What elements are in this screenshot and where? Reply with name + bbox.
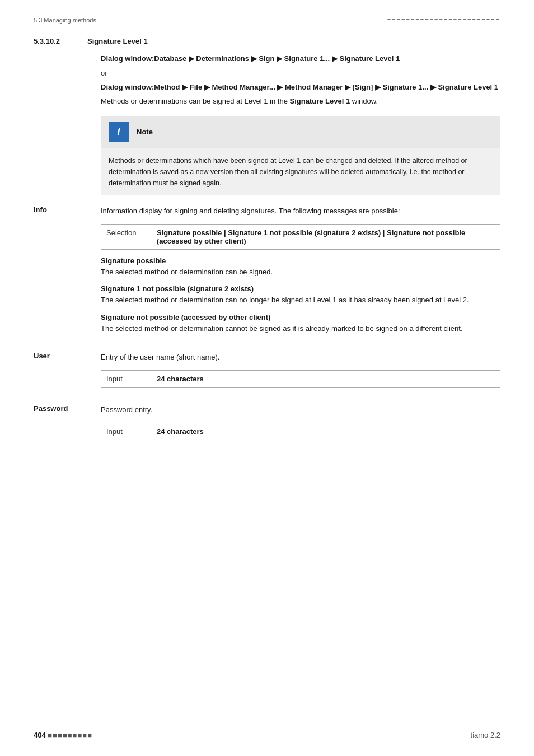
table-row: Input 24 characters xyxy=(101,370,500,387)
signature-1-not-possible-title: Signature 1 not possible (signature 2 ex… xyxy=(101,284,500,293)
password-section: Password Password entry. Input 24 charac… xyxy=(34,404,500,447)
signature-not-possible-title: Signature not possible (accessed by othe… xyxy=(101,313,500,321)
signature-not-possible-section: Signature not possible (accessed by othe… xyxy=(101,313,500,335)
dialog-label-1: Dialog window: xyxy=(101,54,154,63)
or-separator: or xyxy=(101,69,500,77)
signature-possible-title: Signature possible xyxy=(101,256,500,265)
signature-possible-section: Signature possible The selected method o… xyxy=(101,256,500,278)
page-number-area: 404 ■■■■■■■■■ xyxy=(34,731,92,739)
info-label: Info xyxy=(34,206,101,342)
signature-1-not-possible-body: The selected method or determination can… xyxy=(101,295,500,306)
intro-text: Methods or determinations can be signed … xyxy=(101,96,500,108)
password-intro: Password entry. xyxy=(101,404,500,416)
page-header-right: ======================== xyxy=(387,17,500,24)
page-dots: ■■■■■■■■■ xyxy=(48,731,92,739)
user-section: User Entry of the user name (short name)… xyxy=(34,352,500,394)
password-label: Password xyxy=(34,404,101,447)
dialog-label-2: Dialog window: xyxy=(101,83,154,91)
info-section: Info Information display for signing and… xyxy=(34,206,500,342)
page-header-left: 5.3 Managing methods xyxy=(34,17,96,24)
bottom-bar: 404 ■■■■■■■■■ tiamo 2.2 xyxy=(34,731,500,739)
password-content: Password entry. Input 24 characters xyxy=(101,404,500,447)
table-row: Input 24 characters xyxy=(101,423,500,440)
dialog-path-2: Dialog window:Method ▶ File ▶ Method Man… xyxy=(101,82,500,93)
intro-text-bold: Signature Level 1 xyxy=(290,97,350,105)
password-table: Input 24 characters xyxy=(101,423,500,440)
note-body: Methods or determinations which have bee… xyxy=(101,148,500,195)
password-table-value: 24 characters xyxy=(151,423,500,440)
section-title: Signature Level 1 xyxy=(87,37,148,45)
signature-possible-body: The selected method or determination can… xyxy=(101,267,500,278)
intro-text-start: Methods or determinations can be signed … xyxy=(101,97,290,105)
info-content: Information display for signing and dele… xyxy=(101,206,500,342)
user-table: Input 24 characters xyxy=(101,370,500,388)
password-table-label: Input xyxy=(101,423,151,440)
signature-not-possible-body: The selected method or determination can… xyxy=(101,323,500,335)
info-intro: Information display for signing and dele… xyxy=(101,206,500,217)
page-number: 404 xyxy=(34,731,46,739)
note-box: i Note Methods or determinations which h… xyxy=(101,116,500,195)
section-number: 5.3.10.2 xyxy=(34,37,78,45)
user-intro: Entry of the user name (short name). xyxy=(101,352,500,363)
info-icon: i xyxy=(109,122,129,142)
note-header: i Note xyxy=(101,116,500,148)
user-label: User xyxy=(34,352,101,394)
dialog-route-1: Database ▶ Determinations ▶ Sign ▶ Signa… xyxy=(154,54,400,63)
intro-text-end: window. xyxy=(350,97,378,105)
table-cell-label: Selection xyxy=(101,224,151,249)
brand-name: tiamo 2.2 xyxy=(471,731,500,739)
signature-1-not-possible-section: Signature 1 not possible (signature 2 ex… xyxy=(101,284,500,306)
table-cell-value: Signature possible | Signature 1 not pos… xyxy=(151,224,500,249)
dialog-path-1: Dialog window:Database ▶ Determinations … xyxy=(101,53,500,64)
user-table-value: 24 characters xyxy=(151,370,500,387)
note-title: Note xyxy=(137,128,153,136)
user-content: Entry of the user name (short name). Inp… xyxy=(101,352,500,394)
table-row: Selection Signature possible | Signature… xyxy=(101,224,500,249)
info-table: Selection Signature possible | Signature… xyxy=(101,224,500,250)
dialog-route-2: Method ▶ File ▶ Method Manager... ▶ Meth… xyxy=(154,83,498,91)
user-table-label: Input xyxy=(101,370,151,387)
